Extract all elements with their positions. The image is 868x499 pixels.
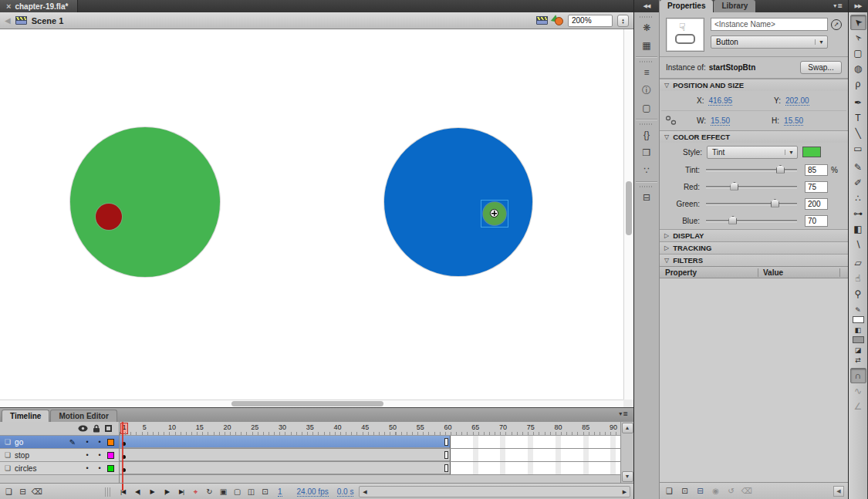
layer-row-stop[interactable]: ❏stop•• xyxy=(0,449,119,462)
code-snippets-panel-icon[interactable]: {} xyxy=(637,126,657,143)
tab-motion-editor[interactable]: Motion Editor xyxy=(50,410,117,422)
document-tab[interactable]: × chapter-19.fla* xyxy=(0,0,78,12)
slider-thumb[interactable] xyxy=(776,165,785,174)
scene-label[interactable]: Scene 1 xyxy=(32,16,64,25)
stage-vertical-scroll-thumb[interactable] xyxy=(626,181,632,235)
layer-lock-dot[interactable]: • xyxy=(93,464,106,472)
section-color-effect[interactable]: ▽ COLOR EFFECT xyxy=(660,130,848,143)
edit-multiple-frames-icon[interactable]: ◫ xyxy=(245,486,257,497)
tab-timeline[interactable]: Timeline xyxy=(2,410,49,422)
info-panel-icon[interactable]: ⓘ xyxy=(637,82,657,99)
pencil-tool[interactable]: ✎ xyxy=(850,160,866,175)
black-white-colors-icon[interactable]: ◪ xyxy=(850,345,866,355)
layer-visible-dot[interactable]: • xyxy=(81,464,93,472)
style-dropdown[interactable]: Tint ▼ xyxy=(707,146,798,159)
stage[interactable] xyxy=(0,29,633,407)
current-frame-value[interactable]: 1 xyxy=(278,487,282,497)
loop-icon[interactable]: ↻ xyxy=(204,486,215,497)
frame-span[interactable] xyxy=(120,436,451,448)
go-to-last-frame-button[interactable]: ▶| xyxy=(175,486,187,497)
edit-symbols-icon[interactable] xyxy=(552,15,563,25)
smooth-icon[interactable]: ∿ xyxy=(850,383,866,399)
lock-layers-icon[interactable] xyxy=(93,424,100,433)
subselection-tool[interactable]: ➢ xyxy=(850,30,866,46)
step-forward-button[interactable]: |▶ xyxy=(160,486,173,497)
hand-tool[interactable]: ☝ xyxy=(850,271,866,286)
lock-aspect-ratio-icon[interactable] xyxy=(666,116,676,126)
end-frame-marker[interactable] xyxy=(444,451,448,459)
onion-skin-outlines-icon[interactable]: ▢ xyxy=(231,486,243,497)
project-panel-icon[interactable]: ⊟ xyxy=(637,189,657,206)
layer-row-go[interactable]: ❏go✎•• xyxy=(0,436,119,449)
fill-color-icon[interactable]: ◧ xyxy=(850,325,866,335)
swap-button[interactable]: Swap... xyxy=(800,61,842,74)
center-frame-icon[interactable]: ⌖ xyxy=(190,486,201,497)
slider-thumb[interactable] xyxy=(730,182,738,190)
edit-scene-icon[interactable] xyxy=(536,16,548,25)
w-value[interactable]: 15.50 xyxy=(711,116,730,126)
red-dot-shape[interactable] xyxy=(96,204,122,230)
blue-circle-shape[interactable] xyxy=(384,128,532,276)
selection-tool[interactable]: ➤ xyxy=(850,15,866,30)
section-display[interactable]: ▷ DISPLAY xyxy=(660,229,848,241)
color-panel-icon[interactable]: ❋ xyxy=(637,19,657,36)
collapse-tools-icon[interactable]: ▶▶ xyxy=(849,0,867,12)
slider-track[interactable] xyxy=(706,186,797,188)
layer-lock-dot[interactable]: • xyxy=(93,451,106,459)
green-circle-shape[interactable] xyxy=(70,127,220,277)
slider-thumb[interactable] xyxy=(728,216,737,224)
timeline-ruler[interactable]: 151015202530354045505560657075808590 xyxy=(120,422,620,436)
delete-layer-icon[interactable]: ⌫ xyxy=(31,486,42,497)
properties-panel-menu-icon[interactable]: ▾≣ xyxy=(833,2,843,9)
tab-properties[interactable]: Properties xyxy=(660,0,713,12)
section-tracking[interactable]: ▷ TRACKING xyxy=(660,241,848,254)
layer-row-circles[interactable]: ❏circles•• xyxy=(0,462,119,475)
playhead[interactable] xyxy=(122,422,123,483)
straighten-icon[interactable]: ∠ xyxy=(850,399,866,414)
layer-name[interactable]: go xyxy=(15,438,64,447)
stroke-color-icon[interactable]: ✎ xyxy=(850,305,866,315)
onion-skin-icon[interactable]: ▣ xyxy=(218,486,229,497)
eraser-tool[interactable]: ▱ xyxy=(850,255,866,271)
slider-value-input[interactable]: 70 xyxy=(805,215,828,227)
scroll-down-icon[interactable]: ▼ xyxy=(622,471,633,482)
fill-color-chip[interactable] xyxy=(853,336,864,343)
stage-horizontal-scroll-thumb[interactable] xyxy=(231,401,383,406)
frames-row-go[interactable] xyxy=(120,436,620,449)
timeline-vertical-scrollbar[interactable]: ▲ ▼ xyxy=(620,422,633,483)
timeline-panel-menu-icon[interactable]: ▾≣ xyxy=(619,410,629,417)
timeline-horizontal-scrollbar[interactable]: ◀▶ xyxy=(359,486,630,497)
layer-lock-dot[interactable]: • xyxy=(93,438,106,446)
slider-track[interactable] xyxy=(706,203,797,205)
stage-vertical-scrollbar[interactable] xyxy=(623,29,633,400)
tab-library[interactable]: Library xyxy=(714,0,755,12)
panel-group-grip[interactable] xyxy=(640,184,654,188)
frame-span[interactable] xyxy=(120,449,451,461)
motion-presets-panel-icon[interactable]: ∵ xyxy=(637,162,657,179)
slider-track[interactable] xyxy=(706,169,797,171)
show-hide-layers-icon[interactable] xyxy=(78,425,88,432)
stroke-color-chip[interactable] xyxy=(853,316,864,323)
rectangle-tool[interactable]: ▭ xyxy=(850,141,866,157)
panel-group-grip[interactable] xyxy=(640,15,654,19)
step-back-button[interactable]: ◀| xyxy=(131,486,144,497)
panel-group-grip[interactable] xyxy=(640,59,654,63)
align-panel-icon[interactable]: ≡ xyxy=(637,64,657,81)
timeline-frames-area[interactable]: 151015202530354045505560657075808590 xyxy=(120,422,620,483)
slider-value-input[interactable]: 75 xyxy=(805,181,828,193)
swap-colors-icon[interactable]: ⇄ xyxy=(850,355,866,365)
section-filters[interactable]: ▽ FILTERS xyxy=(660,254,848,266)
scroll-left-icon[interactable]: ◀ xyxy=(360,489,370,495)
transform-panel-icon[interactable]: ▢ xyxy=(637,99,657,116)
layer-name[interactable]: stop xyxy=(15,451,64,460)
play-button[interactable]: ▶ xyxy=(146,486,158,497)
new-layer-icon[interactable]: ❑ xyxy=(3,486,15,497)
eyedropper-tool[interactable]: ∖ xyxy=(850,237,866,252)
stage-horizontal-scrollbar[interactable] xyxy=(0,400,623,407)
layer-visible-dot[interactable]: • xyxy=(81,438,93,446)
elapsed-time-value[interactable]: 0.0 s xyxy=(337,487,354,497)
filters-empty-list[interactable] xyxy=(660,278,848,482)
slider-track[interactable] xyxy=(706,220,797,222)
text-tool[interactable]: T xyxy=(850,110,866,126)
panel-group-grip[interactable] xyxy=(640,122,654,126)
